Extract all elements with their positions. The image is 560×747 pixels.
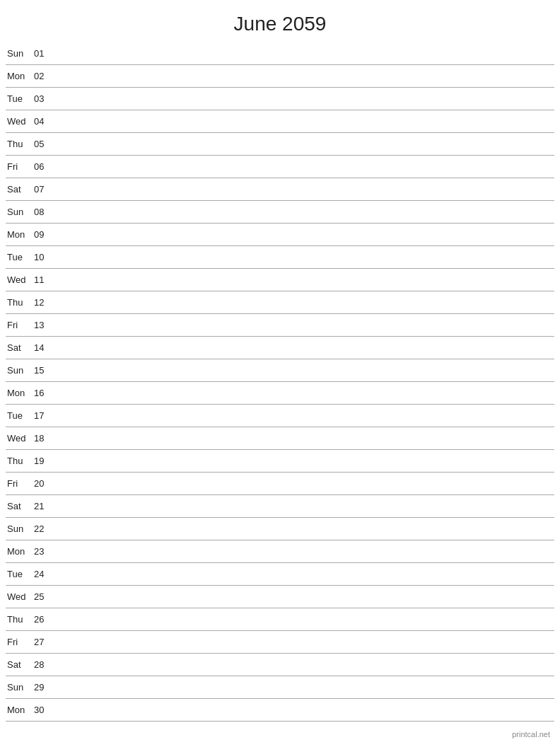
day-row: Fri13 (6, 314, 554, 337)
day-row: Sat14 (6, 337, 554, 359)
day-line (55, 619, 554, 620)
day-line (55, 551, 554, 552)
day-line (55, 325, 554, 325)
day-number: 02 (34, 71, 55, 81)
day-name: Sat (6, 659, 34, 670)
day-line (55, 506, 554, 506)
day-row: Wed11 (6, 269, 554, 291)
day-name: Thu (6, 456, 34, 466)
day-row: Mon16 (6, 382, 554, 405)
day-row: Sat07 (6, 178, 554, 201)
day-name: Wed (6, 433, 34, 444)
day-line (55, 98, 554, 99)
day-row: Sun15 (6, 359, 554, 382)
day-name: Mon (6, 71, 34, 81)
day-number: 17 (34, 410, 55, 421)
day-line (55, 642, 554, 642)
calendar-grid: Sun01Mon02Tue03Wed04Thu05Fri06Sat07Sun08… (0, 42, 560, 722)
day-name: Sun (6, 207, 34, 217)
day-number: 18 (34, 433, 55, 444)
day-name: Mon (6, 546, 34, 557)
day-name: Sun (6, 682, 34, 693)
day-name: Sat (6, 184, 34, 195)
day-row: Mon23 (6, 540, 554, 563)
day-name: Sat (6, 501, 34, 511)
day-line (55, 302, 554, 303)
day-line (55, 189, 554, 190)
day-number: 05 (34, 139, 55, 149)
day-number: 24 (34, 569, 55, 579)
day-name: Thu (6, 297, 34, 308)
day-line (55, 415, 554, 416)
day-line (55, 347, 554, 348)
day-line (55, 370, 554, 371)
page-title: June 2059 (0, 0, 560, 42)
day-row: Thu05 (6, 133, 554, 156)
day-name: Mon (6, 229, 34, 240)
day-name: Tue (6, 569, 34, 579)
day-row: Thu26 (6, 608, 554, 631)
day-name: Fri (6, 637, 34, 647)
day-line (55, 664, 554, 665)
day-line (55, 144, 554, 144)
day-name: Fri (6, 478, 34, 489)
day-row: Wed25 (6, 586, 554, 608)
day-line (55, 212, 554, 212)
day-name: Thu (6, 139, 34, 149)
day-line (55, 393, 554, 393)
day-name: Mon (6, 388, 34, 398)
day-name: Mon (6, 705, 34, 715)
day-line (55, 257, 554, 257)
day-row: Sun29 (6, 676, 554, 699)
day-number: 15 (34, 365, 55, 376)
day-number: 25 (34, 591, 55, 602)
day-row: Sun01 (6, 42, 554, 65)
day-name: Sun (6, 48, 34, 59)
day-name: Wed (6, 116, 34, 127)
day-row: Fri27 (6, 631, 554, 654)
day-line (55, 53, 554, 54)
day-line (55, 574, 554, 574)
day-line (55, 166, 554, 167)
day-number: 09 (34, 229, 55, 240)
day-row: Sun22 (6, 518, 554, 540)
day-number: 03 (34, 93, 55, 104)
day-row: Tue03 (6, 88, 554, 110)
day-number: 29 (34, 682, 55, 693)
day-number: 08 (34, 207, 55, 217)
day-row: Wed18 (6, 427, 554, 450)
day-row: Tue17 (6, 405, 554, 427)
day-number: 12 (34, 297, 55, 308)
day-number: 11 (34, 274, 55, 285)
day-name: Wed (6, 591, 34, 602)
day-row: Thu12 (6, 291, 554, 314)
day-line (55, 461, 554, 461)
day-line (55, 596, 554, 597)
day-number: 27 (34, 637, 55, 647)
day-row: Tue10 (6, 246, 554, 269)
day-number: 10 (34, 252, 55, 262)
day-line (55, 710, 554, 710)
day-number: 21 (34, 501, 55, 511)
day-row: Fri20 (6, 473, 554, 495)
day-number: 01 (34, 48, 55, 59)
day-number: 26 (34, 614, 55, 625)
day-number: 06 (34, 161, 55, 172)
day-row: Fri06 (6, 156, 554, 178)
day-name: Fri (6, 161, 34, 172)
day-number: 22 (34, 523, 55, 534)
day-row: Thu19 (6, 450, 554, 473)
day-number: 30 (34, 705, 55, 715)
day-number: 19 (34, 456, 55, 466)
day-line (55, 438, 554, 439)
day-name: Tue (6, 410, 34, 421)
day-name: Wed (6, 274, 34, 285)
day-row: Tue24 (6, 563, 554, 586)
day-row: Mon02 (6, 65, 554, 88)
day-row: Wed04 (6, 110, 554, 133)
day-number: 07 (34, 184, 55, 195)
day-line (55, 279, 554, 280)
day-row: Mon30 (6, 699, 554, 722)
day-row: Sun08 (6, 201, 554, 224)
day-name: Sun (6, 365, 34, 376)
